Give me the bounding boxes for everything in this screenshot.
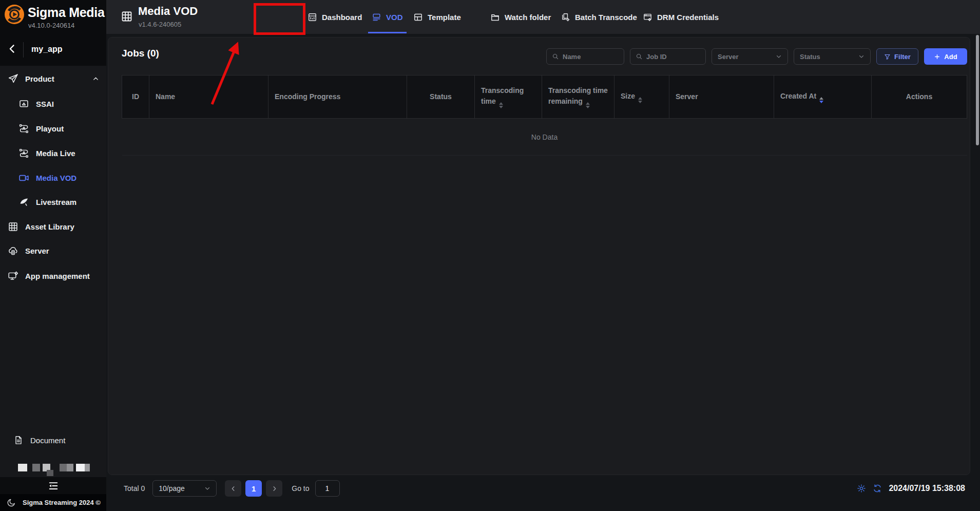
chevron-right-icon [271, 485, 278, 492]
column-header-name: Name [149, 75, 268, 119]
no-data-text: No Data [122, 119, 967, 156]
jobs-heading: Jobs (0) [122, 48, 159, 59]
jobs-table: ID Name Encoding Progress Status Transco… [122, 75, 967, 156]
sidebar-item-ssai[interactable]: SSAI [0, 91, 106, 116]
video-camera-icon [18, 173, 29, 183]
sidebar-item-playout[interactable]: Playout [0, 116, 106, 141]
divider [23, 42, 24, 58]
tab-dashboard[interactable]: Dashboard [308, 0, 362, 34]
column-header-status: Status [407, 75, 475, 119]
copyright-text: Sigma Streaming 2024 © [23, 499, 101, 506]
column-header-created-at[interactable]: Created At [774, 75, 872, 119]
status-bar-right: 2024/07/19 15:38:08 [857, 473, 965, 504]
folder-icon [490, 12, 500, 22]
sidebar-item-livestream[interactable]: Livestream [0, 190, 106, 214]
back-chevron-icon[interactable] [7, 43, 17, 55]
drm-credentials-icon [643, 12, 652, 22]
gear-icon[interactable] [857, 484, 866, 493]
sidebar-item-media-live[interactable]: Media Live [0, 141, 106, 165]
column-header-actions: Actions [872, 75, 967, 119]
total-count: Total 0 [124, 484, 145, 493]
vod-list-icon [372, 12, 381, 22]
sidebar-item-document[interactable]: Document [0, 428, 106, 452]
sidebar-item-app-management[interactable]: App management [0, 263, 106, 288]
sidebar: Sigma Media v4.10.0-240614 my_app Produc… [0, 0, 106, 511]
chevron-down-icon [204, 485, 210, 491]
sort-toggle-icon[interactable] [586, 102, 590, 108]
tab-template[interactable]: Template [413, 0, 461, 34]
screen-play-icon [18, 99, 29, 109]
sort-toggle-icon[interactable] [819, 97, 823, 103]
goto-page-input[interactable] [315, 480, 340, 497]
goto-label: Go to [292, 484, 309, 493]
document-icon [13, 435, 24, 445]
sidebar-item-server[interactable]: Server [0, 238, 106, 263]
column-header-size[interactable]: Size [614, 75, 669, 119]
monitor-gear-icon [8, 271, 18, 281]
rocket-icon [8, 73, 18, 84]
topbar: Media VOD v1.4.6-240605 Dashboard VOD Te… [106, 0, 980, 34]
tab-watch-folder[interactable]: Watch folder [490, 0, 551, 34]
column-header-transcoding-time-remaining[interactable]: Transcoding time remaining [542, 75, 614, 119]
pagination-bar: Total 0 10/page 1 Go to 2024/07/19 15:38… [106, 473, 980, 504]
sigma-logo-icon [4, 4, 25, 25]
page-size-select[interactable]: 10/page [152, 480, 217, 497]
previous-page-button[interactable] [225, 480, 241, 497]
page-title: Media VOD [138, 5, 198, 18]
server-select[interactable]: Server [712, 48, 788, 65]
table-header-row: ID Name Encoding Progress Status Transco… [122, 75, 967, 119]
vertical-scrollbar[interactable] [976, 35, 979, 145]
job-id-search-field[interactable] [630, 48, 706, 65]
route-user-icon [18, 123, 29, 134]
moon-icon[interactable] [7, 498, 16, 507]
search-icon [636, 53, 643, 60]
chevron-left-icon [230, 485, 237, 492]
filter-toolbar: Server Status Filter Add [546, 48, 967, 65]
tab-batch-transcode[interactable]: Batch Transcode [561, 0, 637, 34]
funnel-icon [884, 53, 891, 60]
tab-vod[interactable]: VOD [372, 0, 403, 34]
current-timestamp: 2024/07/19 15:38:08 [889, 484, 965, 493]
refresh-icon[interactable] [873, 484, 882, 493]
film-grid-icon [121, 10, 133, 23]
sort-toggle-icon[interactable] [499, 102, 503, 108]
sidebar-item-asset-library[interactable]: Asset Library [0, 214, 106, 239]
empty-state-row: No Data [122, 119, 967, 156]
sidebar-item-product[interactable]: Product [0, 66, 106, 91]
name-search-field[interactable] [546, 48, 624, 65]
next-page-button[interactable] [266, 480, 282, 497]
cloud-server-icon [8, 245, 18, 256]
add-button[interactable]: Add [924, 48, 967, 65]
page-version: v1.4.6-240605 [139, 21, 181, 28]
sidebar-header: Sigma Media v4.10.0-240614 my_app [0, 0, 106, 66]
column-header-server: Server [669, 75, 774, 119]
status-select[interactable]: Status [794, 48, 871, 65]
job-id-search-input[interactable] [646, 53, 700, 61]
brand-version: v4.10.0-240614 [28, 22, 74, 29]
template-layout-icon [413, 12, 423, 22]
app-name: my_app [31, 45, 62, 54]
filter-button[interactable]: Filter [876, 48, 918, 65]
route-user-icon [18, 148, 29, 159]
plus-icon [934, 53, 940, 60]
sidebar-item-media-vod[interactable]: Media VOD [0, 165, 106, 190]
chevron-down-icon [776, 53, 782, 60]
quill-icon [18, 197, 29, 207]
sort-toggle-icon[interactable] [638, 97, 642, 103]
column-header-id: ID [122, 75, 149, 119]
column-header-encoding-progress: Encoding Progress [268, 75, 407, 119]
current-page-button[interactable]: 1 [245, 480, 262, 497]
sidebar-footer: Sigma Streaming 2024 © [0, 494, 106, 511]
batch-transcode-icon [561, 12, 570, 22]
brand-name: Sigma Media [28, 5, 105, 20]
dashboard-icon [308, 12, 317, 22]
tab-drm-credentials[interactable]: DRM Credentials [643, 0, 719, 34]
sidebar-collapse-button[interactable] [0, 477, 106, 494]
collapse-menu-icon [48, 480, 59, 491]
name-search-input[interactable] [563, 53, 619, 61]
chevron-up-icon[interactable] [92, 75, 99, 82]
search-icon [552, 53, 559, 60]
film-grid-icon [8, 221, 18, 232]
jobs-panel: Jobs (0) Server Status [108, 37, 970, 475]
column-header-transcoding-time[interactable]: Transcoding time [475, 75, 542, 119]
